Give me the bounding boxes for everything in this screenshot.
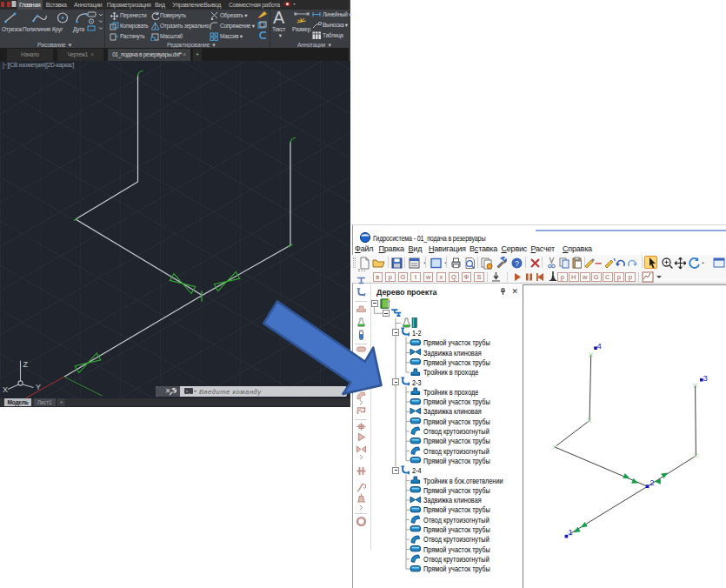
- svg-text:>_: >_: [186, 389, 191, 394]
